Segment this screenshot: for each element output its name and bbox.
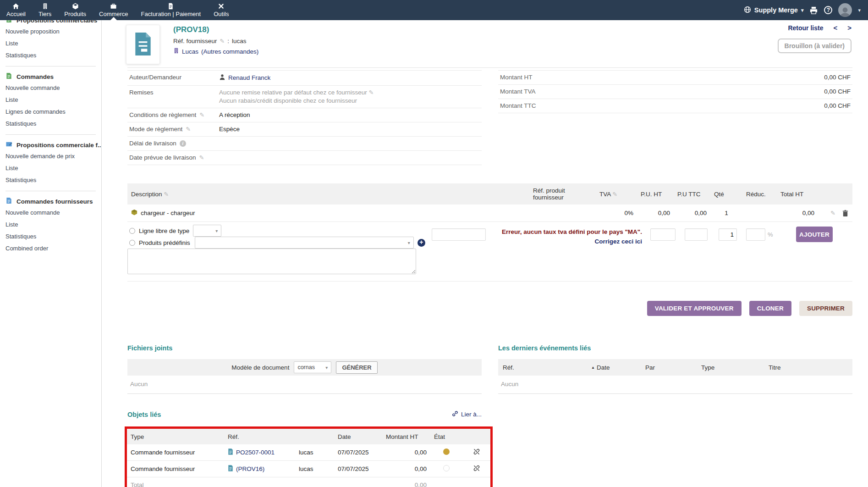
payment-mode-value: Espèce [219, 126, 240, 133]
amount-ht: 0,00 CHF [824, 74, 851, 81]
clone-button[interactable]: CLONER [749, 301, 791, 316]
unlink-icon[interactable] [473, 448, 480, 455]
field-row-date-prevue: Date prévue de livraison✎ [127, 151, 482, 165]
sidebar-item-lignes-de-commandes[interactable]: Lignes de commandes [5, 106, 101, 118]
amount-tva: 0,00 CHF [824, 88, 851, 95]
fix-vat-link[interactable]: Corrigez ceci ici [594, 238, 642, 245]
left-sidebar: Propositions commerciales Nouvelle propo… [0, 20, 102, 487]
add-line-button[interactable]: AJOUTER [796, 227, 833, 242]
sidebar-item-commandes-fournisseurs-statistiques[interactable]: Statistiques [5, 231, 101, 243]
sidebar-item-commandes-fournisseurs-liste[interactable]: Liste [5, 219, 101, 231]
price-ht-input[interactable] [650, 228, 676, 241]
validate-approve-button[interactable]: VALIDER ET APPROUVER [647, 301, 742, 316]
sidebar-item-nouvelle-demande-de-prix[interactable]: Nouvelle demande de prix [5, 150, 101, 162]
line-pu-ht: 0,00 [637, 205, 674, 222]
nav-item-accueil[interactable]: Accueil [0, 0, 32, 20]
thirdparty-other-orders-link[interactable]: (Autres commandes) [201, 48, 258, 55]
edit-line-pencil-icon[interactable]: ✎ [830, 210, 835, 216]
sidebar-item-nouvelle-commande[interactable]: Nouvelle commande [5, 82, 101, 94]
author-link[interactable]: Renaud Franck [228, 74, 270, 81]
predefined-product-select[interactable]: ▾ [195, 237, 414, 249]
nav-item-facturation[interactable]: Facturation | Paiement [135, 0, 208, 20]
delete-button[interactable]: SUPPRIMER [799, 301, 852, 316]
sidebar-item-propositions-statistiques[interactable]: Statistiques [5, 50, 101, 61]
edit-remise-pencil-icon[interactable]: ✎ [368, 89, 374, 96]
user-menu-chevron-down-icon[interactable]: ▾ [858, 7, 861, 13]
edit-description-pencil-icon[interactable]: ✎ [164, 191, 169, 198]
line-description-textarea[interactable] [127, 249, 416, 274]
print-icon[interactable] [809, 6, 818, 15]
linked-amount: 0,00 [382, 444, 430, 461]
linked-ref-link[interactable]: (PROV16) [228, 465, 291, 473]
status-badge: Brouillon (à valider) [778, 39, 852, 53]
sidebar-item-demandes-statistiques[interactable]: Statistiques [5, 174, 101, 186]
predefined-product-label: Produits prédéfinis [139, 239, 190, 246]
sidebar-item-combined-order[interactable]: Combined order [5, 243, 101, 255]
delete-line-trash-icon[interactable] [842, 210, 849, 217]
predefined-product-radio[interactable] [129, 240, 135, 246]
vat-error-text: Erreur, aucun taux tva défini pour le pa… [457, 227, 642, 237]
linked-total-label: Total [127, 477, 224, 487]
generate-button[interactable]: GÉNÉRER [336, 361, 377, 374]
object-header: (PROV18) Réf. fournisseur ✎ : lucas Luca… [127, 20, 852, 68]
events-header-par: Par [641, 364, 697, 371]
unlink-icon[interactable] [473, 465, 480, 472]
sidebar-section-propositions-commerciales: Propositions commerciales [5, 20, 101, 24]
line-total-ht: 0,00 [777, 205, 818, 222]
product-link[interactable]: chargeur - chargeur [141, 210, 195, 216]
payment-terms-value: A réception [219, 111, 250, 118]
linked-date: 07/07/2025 [334, 461, 382, 477]
doc-model-select[interactable]: cornas ▾ [294, 361, 331, 373]
sidebar-item-commandes-liste[interactable]: Liste [5, 94, 101, 106]
nav-item-tiers[interactable]: Tiers [32, 0, 58, 20]
nav-item-label: Accueil [6, 11, 26, 17]
thirdparty-link[interactable]: Lucas [182, 48, 198, 55]
header-right-block: Retour liste < > Brouillon (à valider) [778, 24, 852, 53]
back-to-list-link[interactable]: Retour liste [788, 24, 823, 32]
linked-ref-link[interactable]: PO2507-0001 [228, 448, 291, 456]
sidebar-item-nouvelle-proposition[interactable]: Nouvelle proposition [5, 26, 101, 38]
nav-item-produits[interactable]: Produits [58, 0, 93, 20]
line-row-chargeur: chargeur - chargeur 0% 0,00 0,00 1 0,00 … [127, 205, 852, 222]
discount-input[interactable] [746, 228, 765, 241]
sidebar-item-commandes-statistiques[interactable]: Statistiques [5, 118, 101, 130]
linked-amount: 0,00 [382, 461, 430, 477]
supplier-proposal-icon [5, 141, 12, 149]
edit-payment-terms-pencil-icon[interactable]: ✎ [199, 112, 204, 118]
sort-asc-icon: ▲ [591, 365, 595, 370]
entity-switcher[interactable]: Supply Merge ▾ [744, 6, 804, 15]
status-gold-circle-icon [443, 448, 450, 455]
select-caret-icon: ▾ [215, 228, 218, 233]
nav-item-label: Produits [64, 11, 86, 17]
supplier-ref-value: lucas [232, 38, 247, 44]
free-line-type-select[interactable]: ▾ [193, 225, 221, 237]
sidebar-item-demandes-liste[interactable]: Liste [5, 162, 101, 174]
qty-input[interactable] [719, 228, 737, 241]
nav-item-outils[interactable]: Outils [207, 0, 235, 20]
briefcase-icon [110, 3, 117, 10]
link-to-action[interactable]: Lier à... [452, 410, 482, 418]
line-qty: 1 [710, 205, 742, 222]
sidebar-item-propositions-liste[interactable]: Liste [5, 38, 101, 50]
supplier-order-doc-icon [5, 197, 12, 205]
events-header-type: Type [697, 364, 764, 371]
help-icon[interactable]: ? [824, 6, 832, 14]
price-ttc-input[interactable] [685, 228, 708, 241]
edit-planned-date-pencil-icon[interactable]: ✎ [199, 155, 204, 160]
attachments-title: Fichiers joints [127, 344, 482, 352]
previous-record-chevron-icon[interactable]: < [833, 24, 837, 32]
edit-vat-pencil-icon[interactable]: ✎ [612, 191, 617, 198]
select-caret-icon: ▾ [408, 240, 410, 245]
free-line-radio[interactable] [129, 228, 135, 234]
edit-supplier-ref-pencil-icon[interactable]: ✎ [220, 38, 225, 44]
next-record-chevron-icon[interactable]: > [847, 24, 852, 32]
nav-item-commerce[interactable]: Commerce [93, 0, 135, 20]
proposal-doc-icon [5, 20, 12, 24]
edit-payment-mode-pencil-icon[interactable]: ✎ [186, 126, 191, 132]
add-product-plus-icon[interactable]: + [418, 239, 425, 247]
avatar[interactable] [838, 3, 852, 17]
linked-total-amount: 0,00 [382, 477, 430, 487]
linked-header-row: Type Réf. Date Montant HT État [127, 429, 490, 444]
remise-line1: Aucune remise relative par défaut chez c… [219, 89, 367, 96]
sidebar-item-nouvelle-commande-fournisseur[interactable]: Nouvelle commande [5, 207, 101, 219]
